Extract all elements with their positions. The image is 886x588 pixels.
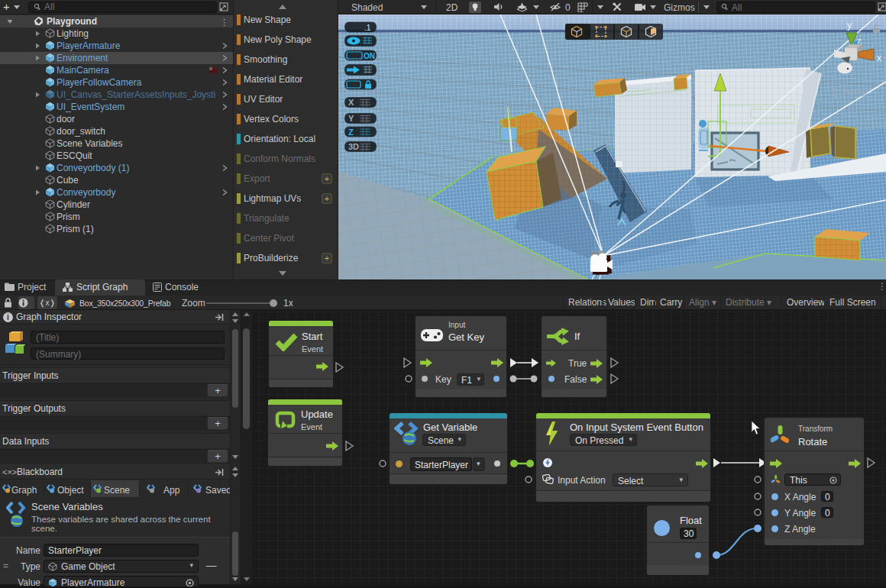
svg-text:3D: 3D — [348, 142, 359, 151]
svg-text:.1: .1 — [364, 23, 370, 32]
svg-text:z: z — [857, 36, 862, 45]
svg-text:y: y — [847, 20, 852, 31]
svg-text:Y: Y — [348, 114, 354, 123]
svg-text:x: x — [877, 53, 881, 63]
svg-text:X: X — [348, 98, 354, 107]
svg-text:ON: ON — [364, 52, 375, 60]
svg-text:❮ Persp: ❮ Persp — [830, 86, 867, 99]
svg-text:Z: Z — [348, 128, 354, 137]
